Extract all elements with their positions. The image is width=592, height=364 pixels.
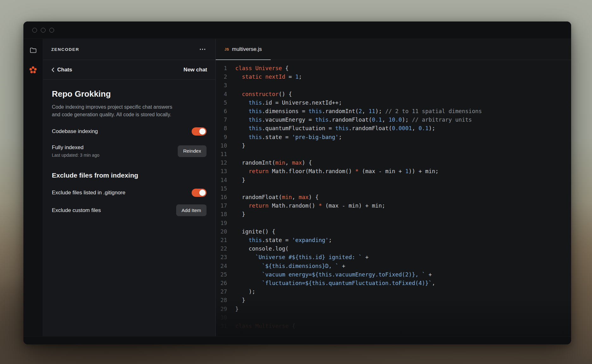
line-number: 1 xyxy=(216,64,235,73)
line-content: ); xyxy=(235,288,255,296)
reindex-button[interactable]: Reindex xyxy=(178,145,207,157)
line-content: ignite() { xyxy=(235,228,275,236)
setting-row-codebase-indexing: Codebase indexing xyxy=(52,127,207,136)
explorer-button[interactable] xyxy=(29,46,38,55)
gitignore-exclude-toggle[interactable] xyxy=(192,189,207,197)
panel-header: ZENCODER xyxy=(43,39,215,60)
line-number: 4 xyxy=(216,90,235,99)
section-description: Code indexing improves project specific … xyxy=(52,103,181,118)
line-content: this.id = Universe.nextId++; xyxy=(235,99,342,107)
line-number: 18 xyxy=(216,210,235,219)
tab-label: multiverse.js xyxy=(232,46,262,52)
tab-bar: JS multiverse.js xyxy=(216,39,571,60)
minimize-button[interactable] xyxy=(41,28,46,33)
code-editor[interactable]: 1class Universe {2 static nextId = 1;34 … xyxy=(216,60,571,336)
repo-grokking-section: Repo Grokking Code indexing improves pro… xyxy=(43,80,215,336)
code-line: 18 } xyxy=(216,210,571,219)
add-item-button[interactable]: Add Item xyxy=(176,204,207,216)
line-content: randomInt(min, max) { xyxy=(235,159,312,167)
code-line: 8 this.quantumFluctuation = this.randomF… xyxy=(216,124,571,133)
code-line: 3 xyxy=(216,81,571,90)
bottom-bar xyxy=(23,336,571,344)
line-content: } xyxy=(235,305,239,313)
line-number: 21 xyxy=(216,236,235,245)
line-number: 2 xyxy=(216,73,235,81)
line-content: return Math.floor(Math.random() * (max -… xyxy=(235,167,439,176)
line-number: 22 xyxy=(216,245,235,253)
code-line: 23 `Universe #${this.id} ignited: ` + xyxy=(216,253,571,262)
zencoder-panel: ZENCODER Chats New chat Repo Gro xyxy=(43,39,216,336)
panel-title: ZENCODER xyxy=(51,47,79,52)
line-number: 26 xyxy=(216,279,235,288)
gitignore-exclude-label: Exclude files listed in .gitignore xyxy=(52,190,125,196)
code-line: 9 this.state = 'pre-big-bang'; xyxy=(216,133,571,142)
line-content: console.log( xyxy=(235,245,289,253)
line-number: 29 xyxy=(216,305,235,313)
code-line: 22 console.log( xyxy=(216,245,571,253)
codebase-indexing-label: Codebase indexing xyxy=(52,128,98,135)
code-line: 21 this.state = 'expanding'; xyxy=(216,236,571,245)
line-number: 14 xyxy=(216,176,235,185)
line-number: 15 xyxy=(216,185,235,193)
code-line: 11 xyxy=(216,150,571,159)
new-chat-button[interactable]: New chat xyxy=(183,67,207,73)
line-number: 19 xyxy=(216,219,235,228)
setting-row-gitignore: Exclude files listed in .gitignore xyxy=(52,189,207,197)
line-number: 3 xyxy=(216,81,235,90)
zencoder-logo-button[interactable] xyxy=(29,65,38,74)
line-content: this.state = 'pre-big-bang'; xyxy=(235,133,342,142)
line-number: 24 xyxy=(216,262,235,270)
line-content: `vacuum energy=${this.vacuumEnergy.toFix… xyxy=(235,270,432,279)
ellipsis-icon xyxy=(200,49,201,50)
line-number: 11 xyxy=(216,150,235,159)
line-content: this.dimensions = this.randomInt(2, 11);… xyxy=(235,107,482,116)
line-number: 9 xyxy=(216,133,235,142)
chevron-left-icon xyxy=(51,67,54,72)
line-content: this.quantumFluctuation = this.randomFlo… xyxy=(235,124,435,133)
section-title: Repo Grokking xyxy=(52,89,207,99)
line-number: 20 xyxy=(216,228,235,236)
line-number: 8 xyxy=(216,124,235,133)
line-content: this.state = 'expanding'; xyxy=(235,236,332,245)
indexing-status-title: Fully indexed xyxy=(52,144,99,151)
code-line: 27 ); xyxy=(216,288,571,296)
javascript-icon: JS xyxy=(225,47,229,51)
code-line: 17 return Math.random() * (max - min) + … xyxy=(216,202,571,210)
code-line: 31class Multiverse { xyxy=(216,322,571,331)
codebase-indexing-toggle[interactable] xyxy=(192,127,207,136)
line-number: 16 xyxy=(216,193,235,202)
line-content: static nextId = 1; xyxy=(235,73,302,81)
line-number: 7 xyxy=(216,116,235,124)
code-line: 30 xyxy=(216,313,571,322)
code-line: 1class Universe { xyxy=(216,64,571,73)
line-number: 5 xyxy=(216,99,235,107)
line-number: 30 xyxy=(216,313,235,322)
code-line: 4 constructor() { xyxy=(216,90,571,99)
line-content: } xyxy=(235,176,245,185)
indexing-status-subtitle: Last updated: 3 min ago xyxy=(52,153,99,158)
line-number: 28 xyxy=(216,296,235,305)
code-line: 26 `fluctuation=${this.quantumFluctuatio… xyxy=(216,279,571,288)
back-to-chats-button[interactable]: Chats xyxy=(51,67,72,73)
close-button[interactable] xyxy=(32,28,37,33)
line-content: } xyxy=(235,210,245,219)
line-number: 25 xyxy=(216,270,235,279)
code-line: 16 randomFloat(min, max) { xyxy=(216,193,571,202)
line-content: `fluctuation=${this.quantumFluctuation.t… xyxy=(235,279,435,288)
window-body: ZENCODER Chats New chat Repo Gro xyxy=(23,39,571,336)
zoom-button[interactable] xyxy=(49,28,54,33)
custom-files-label: Exclude custom files xyxy=(52,207,101,214)
code-line: 7 this.vacuumEnergy = this.randomFloat(0… xyxy=(216,116,571,124)
code-line: 12 randomInt(min, max) { xyxy=(216,159,571,167)
code-line: 24 `${this.dimensions}D, ` + xyxy=(216,262,571,270)
line-content: } xyxy=(235,142,245,150)
line-number: 13 xyxy=(216,167,235,176)
editor-area: JS multiverse.js 1class Universe {2 stat… xyxy=(216,39,571,336)
activity-bar xyxy=(23,39,43,336)
line-number: 23 xyxy=(216,253,235,262)
more-options-button[interactable] xyxy=(198,47,207,52)
line-number: 27 xyxy=(216,288,235,296)
tab-multiverse-js[interactable]: JS multiverse.js xyxy=(216,39,271,60)
line-content: this.vacuumEnergy = this.randomFloat(0.1… xyxy=(235,116,472,124)
code-line: 2 static nextId = 1; xyxy=(216,73,571,81)
